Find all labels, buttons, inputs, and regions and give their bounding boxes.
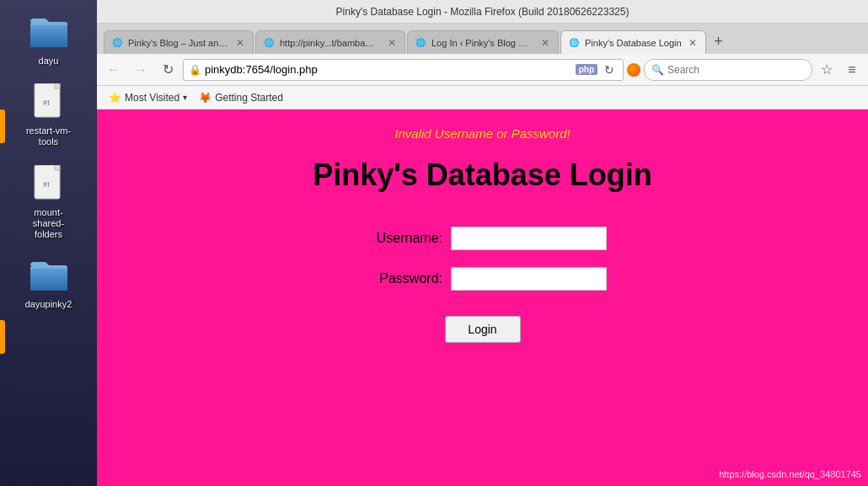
bookmark-star-button[interactable]: ☆: [816, 59, 838, 81]
tab-4-close[interactable]: ✕: [687, 37, 699, 49]
password-row: Password:: [358, 267, 607, 291]
firefox-icon: [627, 63, 640, 77]
back-button[interactable]: ←: [102, 58, 126, 82]
url-input[interactable]: [205, 63, 572, 76]
most-visited-icon: ⭐: [109, 92, 121, 104]
tab-4[interactable]: 🌐 Pinky's Database Login ✕: [560, 30, 706, 54]
svg-rect-3: [30, 25, 67, 47]
tab-2-favicon: 🌐: [263, 37, 275, 49]
tab-bar: 🌐 Pinky's Blog – Just anoth... ✕ 🌐 http:…: [97, 24, 868, 54]
file-icon-mount-shared-folders: #!: [29, 163, 69, 204]
watermark: https://blog.csdn.net/qq_34801745: [719, 469, 861, 479]
tab-2[interactable]: 🌐 http://pinky...t/bambam.txt ✕: [255, 30, 405, 54]
file-icon-restart-vm-tools: #!: [29, 82, 69, 122]
svg-rect-11: [30, 269, 67, 291]
desktop-icon-dayupinky2[interactable]: dayupinky2: [8, 252, 88, 313]
bookmark-getting-started[interactable]: 🦊 Getting Started: [194, 90, 288, 105]
error-message: Invalid Username or Password!: [394, 126, 570, 141]
php-badge: php: [576, 64, 597, 75]
forward-button[interactable]: →: [129, 58, 153, 82]
tab-4-label: Pinky's Database Login: [585, 38, 682, 48]
tab-2-close[interactable]: ✕: [386, 37, 398, 49]
password-label: Password:: [358, 271, 442, 286]
getting-started-label: Getting Started: [215, 92, 283, 104]
browser-window: Pinky's Database Login - Mozilla Firefox…: [97, 0, 868, 486]
login-button[interactable]: Login: [445, 316, 521, 343]
username-label: Username:: [358, 231, 442, 246]
tab-3-close[interactable]: ✕: [539, 37, 551, 49]
reload-button[interactable]: ↻: [156, 58, 179, 82]
username-row: Username:: [358, 227, 607, 250]
tab-1[interactable]: 🌐 Pinky's Blog – Just anoth... ✕: [104, 30, 254, 54]
tab-2-label: http://pinky...t/bambam.txt: [280, 38, 381, 48]
svg-text:#!: #!: [42, 180, 49, 189]
search-input[interactable]: [667, 64, 805, 76]
password-input[interactable]: [451, 267, 607, 291]
desktop-icon-dayu[interactable]: dayu: [8, 8, 88, 70]
login-form: Username: Password: Login: [358, 227, 607, 343]
reload-url-button[interactable]: ↻: [601, 61, 618, 78]
page-content: Invalid Username or Password! Pinky's Da…: [97, 109, 868, 486]
getting-started-icon: 🦊: [199, 92, 212, 104]
folder-icon-dayupinky2: [29, 255, 69, 296]
new-tab-button[interactable]: +: [708, 30, 730, 52]
nav-bar: ← → ↻ 🔒 php ↻ 🔍 ☆ ≡: [97, 54, 868, 86]
most-visited-arrow: ▾: [183, 93, 187, 102]
search-bar: 🔍: [644, 59, 812, 81]
window-title: Pinky's Database Login - Mozilla Firefox…: [336, 6, 630, 18]
secure-icon: 🔒: [189, 64, 201, 76]
icon-label-mount-shared-folders: mount- shared- folders: [33, 207, 64, 241]
title-bar: Pinky's Database Login - Mozilla Firefox…: [97, 0, 868, 24]
desktop-icon-restart-vm-tools[interactable]: #! restart-vm- tools: [8, 78, 88, 151]
tab-1-close[interactable]: ✕: [234, 37, 246, 49]
tab-1-label: Pinky's Blog – Just anoth...: [128, 38, 229, 48]
address-bar: 🔒 php ↻: [183, 59, 624, 81]
username-input[interactable]: [451, 227, 607, 250]
icon-label-dayu: dayu: [39, 56, 59, 67]
icon-label-restart-vm-tools: restart-vm- tools: [26, 126, 71, 147]
tab-1-favicon: 🌐: [111, 37, 123, 49]
bookmark-most-visited[interactable]: ⭐ Most Visited ▾: [104, 90, 192, 105]
search-icon: 🔍: [651, 64, 664, 76]
svg-rect-5: [55, 83, 60, 88]
svg-rect-8: [55, 165, 60, 170]
tab-3[interactable]: 🌐 Log In ‹ Pinky's Blog — W... ✕: [407, 30, 559, 54]
tab-3-label: Log In ‹ Pinky's Blog — W...: [431, 38, 534, 48]
folder-icon-dayu: [29, 12, 69, 52]
tab-4-favicon: 🌐: [568, 37, 580, 49]
most-visited-label: Most Visited: [125, 92, 179, 104]
desktop-icon-mount-shared-folders[interactable]: #! mount- shared- folders: [8, 160, 88, 244]
svg-text:#!: #!: [42, 99, 49, 107]
tab-3-favicon: 🌐: [415, 37, 426, 49]
login-title: Pinky's Database Login: [313, 158, 652, 193]
menu-button[interactable]: ≡: [841, 59, 863, 81]
icon-label-dayupinky2: dayupinky2: [25, 299, 72, 310]
desktop-sidebar: dayu #! restart-vm- tools #!: [0, 0, 97, 486]
bookmarks-bar: ⭐ Most Visited ▾ 🦊 Getting Started: [97, 86, 868, 109]
